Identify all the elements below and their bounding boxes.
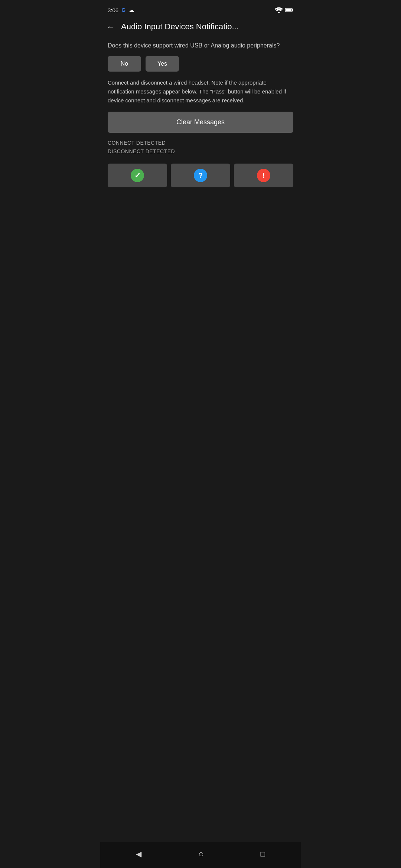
question-text: Does this device support wired USB or An… bbox=[108, 41, 293, 50]
nav-home-icon: ○ bbox=[198, 849, 204, 859]
choice-button-row: No Yes bbox=[108, 56, 293, 72]
nav-recents-icon: □ bbox=[260, 850, 265, 858]
clear-messages-button[interactable]: Clear Messages bbox=[108, 112, 293, 133]
svg-rect-2 bbox=[286, 9, 291, 11]
nav-bar: ◀ ○ □ bbox=[100, 842, 301, 868]
action-button-row: ✓ ? ! bbox=[108, 164, 293, 187]
disconnect-detected: DISCONNECT DETECTED bbox=[108, 147, 293, 156]
google-icon: G bbox=[121, 7, 125, 13]
back-button[interactable]: ← bbox=[106, 22, 115, 32]
toolbar: ← Audio Input Devices Notificatio... bbox=[100, 19, 301, 38]
detection-messages: CONNECT DETECTED DISCONNECT DETECTED bbox=[108, 139, 293, 157]
pass-button[interactable]: ✓ bbox=[108, 164, 167, 187]
fail-button[interactable]: ! bbox=[234, 164, 293, 187]
pass-icon: ✓ bbox=[131, 169, 144, 182]
fail-icon: ! bbox=[257, 169, 270, 182]
page-title: Audio Input Devices Notificatio... bbox=[121, 22, 239, 32]
time-display: 3:06 bbox=[108, 7, 118, 13]
status-left: 3:06 G ☁ bbox=[108, 7, 134, 14]
yes-button[interactable]: Yes bbox=[146, 56, 179, 72]
nav-back-icon: ◀ bbox=[136, 849, 141, 858]
svg-rect-1 bbox=[293, 9, 293, 11]
connect-detected: CONNECT DETECTED bbox=[108, 139, 293, 148]
no-button[interactable]: No bbox=[108, 56, 141, 72]
battery-icon bbox=[285, 8, 293, 12]
info-icon: ? bbox=[194, 169, 207, 182]
instruction-text: Connect and disconnect a wired headset. … bbox=[108, 78, 293, 105]
main-content: Does this device support wired USB or An… bbox=[100, 38, 301, 842]
nav-recents-button[interactable]: □ bbox=[257, 847, 268, 861]
nav-home-button[interactable]: ○ bbox=[195, 846, 207, 862]
status-bar: 3:06 G ☁ bbox=[100, 0, 301, 19]
nav-back-button[interactable]: ◀ bbox=[133, 846, 144, 861]
status-right bbox=[275, 7, 293, 13]
cloud-icon: ☁ bbox=[128, 7, 134, 14]
wifi-icon bbox=[275, 7, 283, 13]
info-button[interactable]: ? bbox=[171, 164, 230, 187]
